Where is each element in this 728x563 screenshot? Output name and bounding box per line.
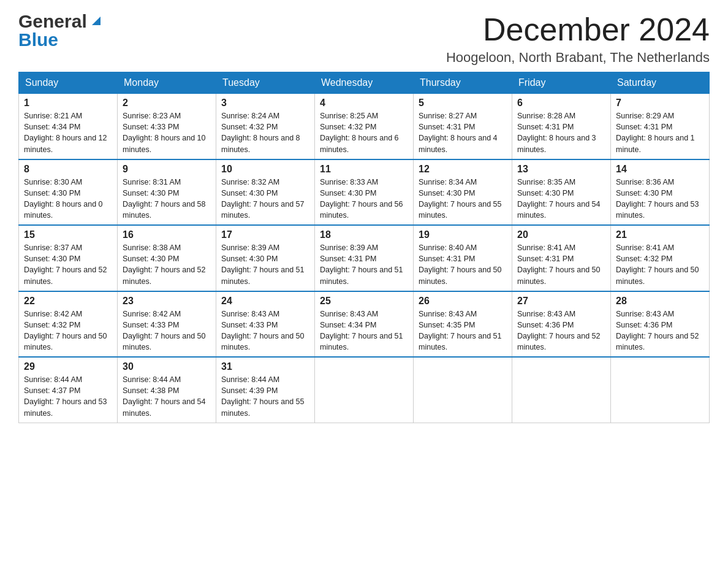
header-friday: Friday: [512, 72, 611, 94]
table-row: 18 Sunrise: 8:39 AM Sunset: 4:31 PM Dayl…: [315, 225, 414, 291]
day-info: Sunrise: 8:29 AM Sunset: 4:31 PM Dayligh…: [616, 110, 704, 155]
day-number: 21: [616, 229, 704, 240]
day-number: 23: [123, 296, 211, 307]
table-row: 9 Sunrise: 8:31 AM Sunset: 4:30 PM Dayli…: [118, 159, 216, 226]
day-number: 4: [320, 98, 408, 109]
day-info: Sunrise: 8:38 AM Sunset: 4:30 PM Dayligh…: [123, 242, 211, 287]
day-info: Sunrise: 8:43 AM Sunset: 4:33 PM Dayligh…: [221, 308, 309, 353]
calendar-week-row: 8 Sunrise: 8:30 AM Sunset: 4:30 PM Dayli…: [19, 159, 710, 226]
table-row: 31 Sunrise: 8:44 AM Sunset: 4:39 PM Dayl…: [216, 357, 315, 423]
calendar-week-row: 15 Sunrise: 8:37 AM Sunset: 4:30 PM Dayl…: [19, 225, 710, 291]
table-row: 2 Sunrise: 8:23 AM Sunset: 4:33 PM Dayli…: [118, 94, 216, 159]
day-info: Sunrise: 8:42 AM Sunset: 4:33 PM Dayligh…: [123, 308, 211, 353]
day-info: Sunrise: 8:25 AM Sunset: 4:32 PM Dayligh…: [320, 110, 408, 155]
day-info: Sunrise: 8:36 AM Sunset: 4:30 PM Dayligh…: [616, 177, 704, 221]
day-info: Sunrise: 8:28 AM Sunset: 4:31 PM Dayligh…: [517, 110, 605, 155]
table-row: 25 Sunrise: 8:43 AM Sunset: 4:34 PM Dayl…: [315, 291, 414, 358]
table-row: 4 Sunrise: 8:25 AM Sunset: 4:32 PM Dayli…: [315, 94, 414, 159]
logo-blue-text: Blue: [18, 29, 58, 50]
day-info: Sunrise: 8:43 AM Sunset: 4:34 PM Dayligh…: [320, 308, 408, 353]
calendar-header-row: Sunday Monday Tuesday Wednesday Thursday…: [19, 72, 710, 94]
title-block: December 2024 Hoogeloon, North Brabant, …: [446, 12, 710, 66]
header-monday: Monday: [118, 72, 216, 94]
day-number: 7: [616, 98, 704, 109]
day-info: Sunrise: 8:40 AM Sunset: 4:31 PM Dayligh…: [419, 242, 507, 287]
day-info: Sunrise: 8:24 AM Sunset: 4:32 PM Dayligh…: [221, 110, 309, 155]
table-row: 22 Sunrise: 8:42 AM Sunset: 4:32 PM Dayl…: [19, 291, 118, 358]
table-row: 16 Sunrise: 8:38 AM Sunset: 4:30 PM Dayl…: [118, 225, 216, 291]
table-row: 27 Sunrise: 8:43 AM Sunset: 4:36 PM Dayl…: [512, 291, 611, 358]
table-row: [611, 357, 710, 423]
table-row: 24 Sunrise: 8:43 AM Sunset: 4:33 PM Dayl…: [216, 291, 315, 358]
header-wednesday: Wednesday: [315, 72, 414, 94]
table-row: 3 Sunrise: 8:24 AM Sunset: 4:32 PM Dayli…: [216, 94, 315, 159]
logo-triangle-icon: [89, 14, 103, 28]
table-row: 7 Sunrise: 8:29 AM Sunset: 4:31 PM Dayli…: [611, 94, 710, 159]
day-number: 18: [320, 229, 408, 240]
day-info: Sunrise: 8:42 AM Sunset: 4:32 PM Dayligh…: [24, 308, 112, 353]
logo: General Blue: [18, 12, 103, 49]
table-row: 6 Sunrise: 8:28 AM Sunset: 4:31 PM Dayli…: [512, 94, 611, 159]
day-info: Sunrise: 8:39 AM Sunset: 4:31 PM Dayligh…: [320, 242, 408, 287]
page-header: General Blue December 2024 Hoogeloon, No…: [18, 12, 710, 66]
day-number: 14: [616, 164, 704, 175]
day-info: Sunrise: 8:32 AM Sunset: 4:30 PM Dayligh…: [221, 177, 309, 221]
day-number: 28: [616, 296, 704, 307]
table-row: 1 Sunrise: 8:21 AM Sunset: 4:34 PM Dayli…: [19, 94, 118, 159]
table-row: [315, 357, 414, 423]
day-info: Sunrise: 8:35 AM Sunset: 4:30 PM Dayligh…: [517, 177, 605, 221]
table-row: [512, 357, 611, 423]
day-info: Sunrise: 8:23 AM Sunset: 4:33 PM Dayligh…: [123, 110, 211, 155]
day-number: 8: [24, 164, 112, 175]
day-info: Sunrise: 8:39 AM Sunset: 4:30 PM Dayligh…: [221, 242, 309, 287]
day-number: 19: [419, 229, 507, 240]
day-number: 26: [419, 296, 507, 307]
day-info: Sunrise: 8:34 AM Sunset: 4:30 PM Dayligh…: [419, 177, 507, 221]
header-tuesday: Tuesday: [216, 72, 315, 94]
header-saturday: Saturday: [611, 72, 710, 94]
day-number: 11: [320, 164, 408, 175]
day-info: Sunrise: 8:44 AM Sunset: 4:37 PM Dayligh…: [24, 374, 112, 419]
day-info: Sunrise: 8:30 AM Sunset: 4:30 PM Dayligh…: [24, 177, 112, 221]
day-number: 30: [123, 361, 211, 372]
day-number: 3: [221, 98, 309, 109]
day-info: Sunrise: 8:33 AM Sunset: 4:30 PM Dayligh…: [320, 177, 408, 221]
day-info: Sunrise: 8:44 AM Sunset: 4:39 PM Dayligh…: [221, 374, 309, 419]
table-row: 8 Sunrise: 8:30 AM Sunset: 4:30 PM Dayli…: [19, 159, 118, 226]
calendar-table: Sunday Monday Tuesday Wednesday Thursday…: [18, 72, 710, 423]
table-row: 30 Sunrise: 8:44 AM Sunset: 4:38 PM Dayl…: [118, 357, 216, 423]
table-row: 10 Sunrise: 8:32 AM Sunset: 4:30 PM Dayl…: [216, 159, 315, 226]
svg-marker-0: [92, 17, 100, 25]
day-number: 9: [123, 164, 211, 175]
table-row: 5 Sunrise: 8:27 AM Sunset: 4:31 PM Dayli…: [414, 94, 512, 159]
table-row: 20 Sunrise: 8:41 AM Sunset: 4:31 PM Dayl…: [512, 225, 611, 291]
table-row: [414, 357, 512, 423]
day-number: 20: [517, 229, 605, 240]
day-info: Sunrise: 8:37 AM Sunset: 4:30 PM Dayligh…: [24, 242, 112, 287]
table-row: 15 Sunrise: 8:37 AM Sunset: 4:30 PM Dayl…: [19, 225, 118, 291]
day-number: 24: [221, 296, 309, 307]
day-info: Sunrise: 8:27 AM Sunset: 4:31 PM Dayligh…: [419, 110, 507, 155]
table-row: 17 Sunrise: 8:39 AM Sunset: 4:30 PM Dayl…: [216, 225, 315, 291]
table-row: 28 Sunrise: 8:43 AM Sunset: 4:36 PM Dayl…: [611, 291, 710, 358]
table-row: 13 Sunrise: 8:35 AM Sunset: 4:30 PM Dayl…: [512, 159, 611, 226]
table-row: 19 Sunrise: 8:40 AM Sunset: 4:31 PM Dayl…: [414, 225, 512, 291]
table-row: 21 Sunrise: 8:41 AM Sunset: 4:32 PM Dayl…: [611, 225, 710, 291]
calendar-week-row: 1 Sunrise: 8:21 AM Sunset: 4:34 PM Dayli…: [19, 94, 710, 159]
day-number: 2: [123, 98, 211, 109]
table-row: 11 Sunrise: 8:33 AM Sunset: 4:30 PM Dayl…: [315, 159, 414, 226]
day-info: Sunrise: 8:41 AM Sunset: 4:32 PM Dayligh…: [616, 242, 704, 287]
day-number: 16: [123, 229, 211, 240]
day-info: Sunrise: 8:21 AM Sunset: 4:34 PM Dayligh…: [24, 110, 112, 155]
month-title: December 2024: [446, 12, 710, 47]
day-info: Sunrise: 8:31 AM Sunset: 4:30 PM Dayligh…: [123, 177, 211, 221]
day-info: Sunrise: 8:43 AM Sunset: 4:36 PM Dayligh…: [517, 308, 605, 353]
day-info: Sunrise: 8:43 AM Sunset: 4:36 PM Dayligh…: [616, 308, 704, 353]
table-row: 12 Sunrise: 8:34 AM Sunset: 4:30 PM Dayl…: [414, 159, 512, 226]
table-row: 14 Sunrise: 8:36 AM Sunset: 4:30 PM Dayl…: [611, 159, 710, 226]
calendar-week-row: 29 Sunrise: 8:44 AM Sunset: 4:37 PM Dayl…: [19, 357, 710, 423]
logo-general-text: General: [18, 12, 87, 31]
day-number: 10: [221, 164, 309, 175]
day-number: 25: [320, 296, 408, 307]
table-row: 26 Sunrise: 8:43 AM Sunset: 4:35 PM Dayl…: [414, 291, 512, 358]
